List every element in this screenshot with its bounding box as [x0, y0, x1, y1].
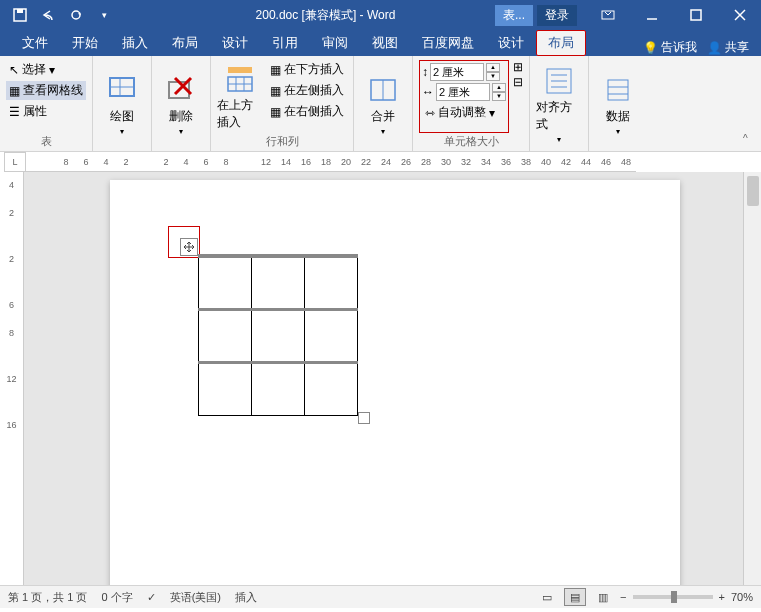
distribute-rows-icon: ⊞: [513, 60, 523, 74]
insert-left-button[interactable]: ▦在左侧插入: [267, 81, 347, 100]
col-width-spinner[interactable]: ↔ ▲▼: [422, 83, 506, 101]
select-button[interactable]: ↖选择 ▾: [6, 60, 86, 79]
autofit-button[interactable]: ⇿自动调整 ▾: [422, 103, 506, 122]
horizontal-ruler[interactable]: 8642246812141618202224262830323436384042…: [26, 152, 636, 172]
tab-layout[interactable]: 布局: [160, 30, 210, 56]
tab-baidu[interactable]: 百度网盘: [410, 30, 486, 56]
document-page[interactable]: [110, 180, 680, 585]
statusbar: 第 1 页，共 1 页 0 个字 ✓ 英语(美国) 插入 ▭ ▤ ▥ − + 7…: [0, 585, 761, 608]
properties-icon: ☰: [9, 105, 20, 119]
tab-review[interactable]: 审阅: [310, 30, 360, 56]
collapse-ribbon-button[interactable]: ^: [743, 133, 757, 147]
table-move-handle[interactable]: [180, 238, 198, 256]
cursor-icon: ↖: [9, 63, 19, 77]
quick-access-toolbar: ▾: [0, 3, 116, 27]
document-area: 422681216: [0, 172, 761, 585]
merge-button[interactable]: 合并▾: [360, 60, 406, 149]
ruler-corner[interactable]: L: [4, 152, 26, 172]
word-count[interactable]: 0 个字: [101, 590, 132, 605]
table-cell[interactable]: [199, 362, 252, 415]
table-cell[interactable]: [305, 362, 358, 415]
page-container[interactable]: [24, 172, 743, 585]
view-print-button[interactable]: ▤: [564, 588, 586, 606]
vertical-ruler[interactable]: 422681216: [0, 172, 24, 585]
maximize-button[interactable]: [675, 0, 717, 30]
insert-above-button[interactable]: 在上方插入: [217, 60, 263, 133]
table-cell[interactable]: [199, 256, 252, 309]
group-data: 数据▾: [589, 56, 647, 151]
merge-icon: [367, 74, 399, 106]
delete-button[interactable]: 删除▾: [158, 60, 204, 149]
group-label-cell-size: 单元格大小: [419, 133, 523, 149]
document-table[interactable]: [198, 254, 358, 416]
table-resize-handle[interactable]: [358, 412, 370, 424]
spellcheck-icon[interactable]: ✓: [147, 591, 156, 604]
width-up[interactable]: ▲: [492, 83, 506, 92]
tab-view[interactable]: 视图: [360, 30, 410, 56]
view-web-button[interactable]: ▥: [592, 588, 614, 606]
properties-button[interactable]: ☰属性: [6, 102, 86, 121]
insert-right-icon: ▦: [270, 105, 281, 119]
height-down[interactable]: ▼: [486, 72, 500, 81]
table-cell[interactable]: [199, 309, 252, 362]
tab-table-design[interactable]: 设计: [486, 30, 536, 56]
tab-insert[interactable]: 插入: [110, 30, 160, 56]
table-cell[interactable]: [305, 309, 358, 362]
table-cell[interactable]: [305, 256, 358, 309]
alignment-button[interactable]: 对齐方式▾: [536, 60, 582, 149]
insert-mode[interactable]: 插入: [235, 590, 257, 605]
group-label-rows-cols: 行和列: [217, 133, 347, 149]
language-indicator[interactable]: 英语(美国): [170, 590, 221, 605]
col-width-input[interactable]: [436, 83, 490, 101]
zoom-out-button[interactable]: −: [620, 591, 626, 603]
minimize-button[interactable]: [631, 0, 673, 30]
insert-right-button[interactable]: ▦在右侧插入: [267, 102, 347, 121]
scrollbar-thumb[interactable]: [747, 176, 759, 206]
group-alignment: 对齐方式▾: [530, 56, 589, 151]
height-icon: ↕: [422, 65, 428, 79]
distribute-rows-button[interactable]: ⊞: [513, 60, 523, 74]
qat-customize-button[interactable]: ▾: [92, 3, 116, 27]
tab-references[interactable]: 引用: [260, 30, 310, 56]
row-height-spinner[interactable]: ↕ ▲▼: [422, 63, 506, 81]
group-cell-size: ↕ ▲▼ ↔ ▲▼ ⇿自动调整 ▾ ⊞ ⊟ 单元格大小: [413, 56, 530, 151]
vertical-scrollbar[interactable]: [743, 172, 761, 585]
table-cell[interactable]: [252, 309, 305, 362]
tab-design[interactable]: 设计: [210, 30, 260, 56]
distribute-cols-button[interactable]: ⊟: [513, 75, 523, 89]
login-button[interactable]: 登录: [537, 5, 577, 26]
svg-point-2: [72, 11, 80, 19]
view-gridlines-button[interactable]: ▦查看网格线: [6, 81, 86, 100]
zoom-slider-thumb[interactable]: [671, 591, 677, 603]
view-read-button[interactable]: ▭: [536, 588, 558, 606]
height-up[interactable]: ▲: [486, 63, 500, 72]
group-rows-cols: 在上方插入 ▦在下方插入 ▦在左侧插入 ▦在右侧插入 行和列: [211, 56, 354, 151]
redo-button[interactable]: [64, 3, 88, 27]
width-down[interactable]: ▼: [492, 92, 506, 101]
group-merge: 合并▾: [354, 56, 413, 151]
tab-home[interactable]: 开始: [60, 30, 110, 56]
data-icon: [602, 74, 634, 106]
undo-button[interactable]: [36, 3, 60, 27]
insert-below-button[interactable]: ▦在下方插入: [267, 60, 347, 79]
table-cell[interactable]: [252, 362, 305, 415]
tab-file[interactable]: 文件: [10, 30, 60, 56]
zoom-in-button[interactable]: +: [719, 591, 725, 603]
row-height-input[interactable]: [430, 63, 484, 81]
close-button[interactable]: [719, 0, 761, 30]
zoom-level[interactable]: 70%: [731, 591, 753, 603]
share-button[interactable]: 👤共享: [707, 39, 749, 56]
page-indicator[interactable]: 第 1 页，共 1 页: [8, 590, 87, 605]
data-button[interactable]: 数据▾: [595, 60, 641, 149]
insert-left-icon: ▦: [270, 84, 281, 98]
tell-me-button[interactable]: 💡告诉我: [643, 39, 697, 56]
draw-button[interactable]: 绘图▾: [99, 60, 145, 149]
table-tools-label: 表...: [495, 5, 533, 26]
titlebar: ▾ 200.doc [兼容模式] - Word 表... 登录: [0, 0, 761, 30]
zoom-slider[interactable]: [633, 595, 713, 599]
table-cell[interactable]: [252, 256, 305, 309]
save-button[interactable]: [8, 3, 32, 27]
ribbon-options-button[interactable]: [587, 0, 629, 30]
tab-table-layout[interactable]: 布局: [536, 30, 586, 56]
insert-above-icon: [224, 63, 256, 95]
